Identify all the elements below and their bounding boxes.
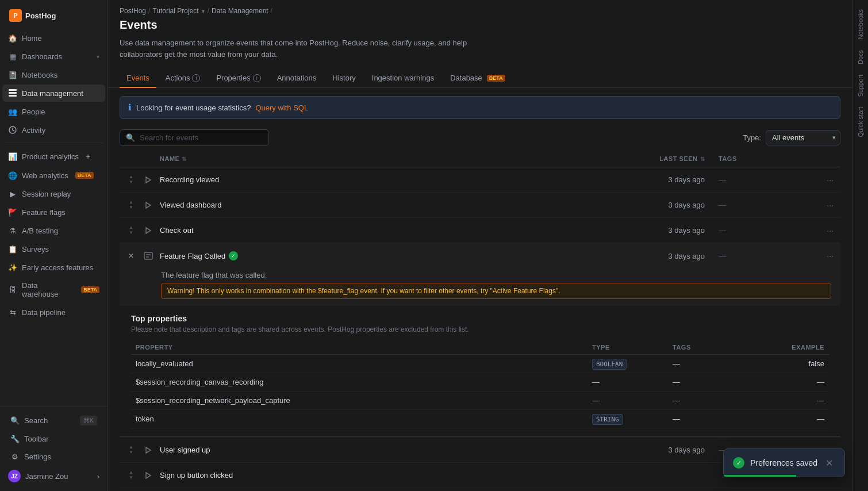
verified-icon: ✓ — [229, 251, 238, 260]
more-options-button[interactable]: ··· — [822, 198, 838, 212]
search-input[interactable] — [140, 133, 263, 142]
svg-marker-6 — [146, 228, 151, 233]
add-product-analytics-button[interactable]: + — [83, 151, 93, 162]
event-name: Sign up button clicked — [160, 471, 633, 480]
more-options-button-expanded[interactable]: ··· — [822, 249, 838, 263]
right-panel-notebooks[interactable]: Notebooks — [855, 5, 866, 44]
more-options-button[interactable]: ··· — [822, 224, 838, 237]
breadcrumb-sep-2: / — [208, 7, 209, 15]
breadcrumb-project[interactable]: Tutorial Project — [152, 7, 198, 15]
info-icon-properties: i — [253, 74, 261, 82]
user-name: Jasmine Zou — [25, 472, 68, 481]
notebook-icon: 📓 — [8, 70, 17, 79]
right-panel: Notebooks Docs Support Quick start — [852, 0, 868, 491]
tab-properties-label: Properties — [216, 74, 250, 82]
right-panel-quick-start[interactable]: Quick start — [855, 102, 866, 142]
sidebar-item-web-analytics[interactable]: 🌐 Web analytics BETA — [2, 167, 105, 184]
tab-history[interactable]: History — [325, 69, 362, 88]
sidebar-item-label: Web analytics — [22, 171, 68, 180]
sidebar-item-label: Surveys — [22, 245, 49, 254]
sidebar-item-session-replay[interactable]: ▶ Session replay — [2, 185, 105, 202]
sidebar-item-notebooks[interactable]: 📓 Notebooks — [2, 66, 105, 83]
tab-actions[interactable]: Actions i — [159, 69, 208, 88]
toast-notification: ✓ Preferences saved ✕ — [723, 448, 845, 477]
info-circle-icon: ℹ — [128, 102, 132, 113]
up-arrow: ▲ — [129, 445, 133, 450]
prop-example: — — [737, 373, 829, 392]
sidebar-user[interactable]: JZ Jasmine Zou › — [2, 466, 105, 486]
event-actions: ··· — [806, 198, 840, 212]
prop-tags: — — [668, 373, 737, 392]
info-bar-text: Looking for event usage statistics? — [136, 103, 251, 112]
chevron-project: ▾ — [202, 8, 205, 14]
query-sql-link[interactable]: Query with SQL — [255, 103, 308, 112]
breadcrumb: PostHog / Tutorial Project ▾ / Data Mana… — [108, 0, 852, 17]
updown-button[interactable]: ▲ ▼ — [120, 172, 143, 187]
table-header: NAME ⇅ LAST SEEN ⇅ TAGS — [120, 151, 840, 167]
divider — [5, 143, 103, 143]
sidebar-item-product-analytics[interactable]: 📊 Product analytics + — [2, 147, 105, 166]
breadcrumb-data-management[interactable]: Data Management — [212, 7, 268, 15]
table-row[interactable]: ▲ ▼ Viewed dashboard 3 days ago — ··· — [120, 193, 840, 218]
flag-icon: 🚩 — [8, 208, 17, 217]
sidebar-item-data-management[interactable]: Data management — [2, 85, 105, 102]
brand-logo[interactable]: P PostHog — [5, 6, 103, 25]
table-row[interactable]: ▲ ▼ Check out 3 days ago — ··· — [120, 218, 840, 243]
sidebar-item-home[interactable]: 🏠 Home — [2, 29, 105, 47]
sidebar-item-data-pipeline[interactable]: ⇆ Data pipeline — [2, 304, 105, 321]
prop-tags: — — [668, 392, 737, 410]
sidebar-item-label: Early access features — [22, 263, 93, 272]
type-select[interactable]: All events Custom events PostHog events — [766, 130, 840, 145]
prop-name: $session_recording_network_payload_captu… — [131, 392, 587, 410]
breadcrumb-posthog[interactable]: PostHog — [120, 7, 146, 15]
tab-events[interactable]: Events — [120, 69, 156, 88]
toast-progress-bar — [724, 475, 796, 477]
data-icon — [8, 89, 17, 98]
up-arrow: ▲ — [129, 470, 133, 475]
sidebar-item-search[interactable]: 🔍 Search ⌘K — [5, 412, 103, 429]
prop-type: STRING — [587, 410, 668, 428]
table-row-expanded[interactable]: ✕ Feature Flag Called ✓ 3 days ago — ··· — [120, 243, 840, 438]
right-panel-docs[interactable]: Docs — [855, 45, 866, 69]
prop-example: — — [737, 392, 829, 410]
search-filter-row: 🔍 Type: All events Custom events PostHog… — [108, 125, 852, 151]
sidebar-item-people[interactable]: 👥 People — [2, 103, 105, 120]
event-icon-expanded — [143, 250, 154, 262]
info-bar: ℹ Looking for event usage statistics? Qu… — [120, 96, 840, 119]
sidebar-item-early-access[interactable]: ✨ Early access features — [2, 259, 105, 276]
posthog-icon: P — [9, 9, 22, 22]
updown-button[interactable]: ▲ ▼ — [120, 468, 143, 482]
event-tags: — — [714, 175, 806, 184]
more-options-button[interactable]: ··· — [822, 173, 838, 187]
updown-button[interactable]: ▲ ▼ — [120, 223, 143, 237]
sidebar-item-label: Activity — [22, 126, 45, 135]
tab-ingestion-warnings[interactable]: Ingestion warnings — [365, 69, 441, 88]
updown-button-expanded[interactable]: ✕ — [120, 250, 143, 262]
right-panel-support[interactable]: Support — [855, 70, 866, 102]
sidebar-item-feature-flags[interactable]: 🚩 Feature flags — [2, 204, 105, 221]
down-arrow: ▼ — [129, 450, 133, 455]
name-col-label: NAME — [160, 155, 179, 162]
tab-annotations[interactable]: Annotations — [270, 69, 324, 88]
table-row[interactable]: ▲ ▼ User viewed homepage 3 days ago ··· — [120, 488, 840, 491]
sidebar-item-label: Product analytics — [22, 152, 79, 161]
tab-properties[interactable]: Properties i — [209, 69, 267, 88]
sidebar-item-activity[interactable]: Activity — [2, 121, 105, 139]
sidebar-item-label: Toolbar — [24, 435, 49, 443]
sidebar-item-dashboards[interactable]: ▦ Dashboards ▾ — [2, 48, 105, 65]
home-icon: 🏠 — [8, 33, 17, 43]
tab-database[interactable]: Database BETA — [443, 69, 512, 88]
sidebar-item-settings[interactable]: ⚙ Settings — [5, 448, 103, 465]
sidebar-item-label: Data management — [22, 89, 83, 98]
tab-database-label: Database — [450, 74, 482, 82]
sidebar-item-surveys[interactable]: 📋 Surveys — [2, 240, 105, 258]
updown-button[interactable]: ▲ ▼ — [120, 198, 143, 212]
sidebar-item-data-warehouse[interactable]: 🗄 Data warehouse BETA — [2, 277, 105, 302]
event-tags: — — [714, 226, 806, 235]
table-row[interactable]: ▲ ▼ Recording viewed 3 days ago — ··· — [120, 167, 840, 193]
sidebar-item-toolbar[interactable]: 🔧 Toolbar — [5, 430, 103, 447]
sidebar-item-ab-testing[interactable]: ⚗ A/B testing — [2, 222, 105, 239]
event-row-header: ✕ Feature Flag Called ✓ 3 days ago — ··· — [120, 243, 840, 268]
toast-close-button[interactable]: ✕ — [823, 458, 835, 469]
updown-button[interactable]: ▲ ▼ — [120, 443, 143, 457]
